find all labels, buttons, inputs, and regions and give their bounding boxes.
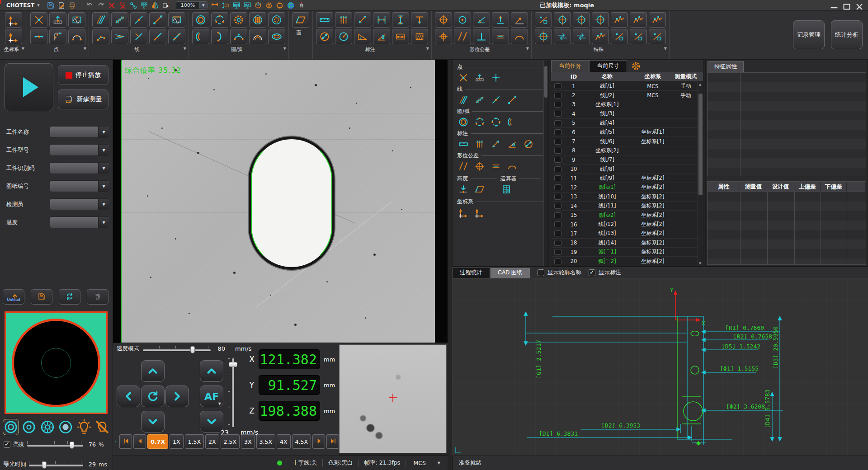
row-checkbox[interactable] <box>551 175 565 181</box>
color-mode-status[interactable]: 色彩:黑白 <box>322 459 358 467</box>
point-fine-tool[interactable] <box>489 71 503 84</box>
dim-slope-tool[interactable] <box>354 29 371 44</box>
circle-scan-tool[interactable] <box>268 12 285 28</box>
coaxial-light-button[interactable] <box>57 419 74 435</box>
line-perp-tool[interactable] <box>130 29 147 44</box>
dim-varrow-tool[interactable] <box>392 12 409 28</box>
table-row[interactable]: 12 圆[⊙1] 坐标系[2] <box>551 183 703 192</box>
table-row[interactable]: 14 线[/11] 坐标系[2] <box>551 202 703 211</box>
dim-tpost-tool[interactable] <box>411 12 428 28</box>
om-icon[interactable]: OM <box>232 1 241 10</box>
field-combobox[interactable]: ▼ <box>50 144 109 156</box>
undo-icon[interactable] <box>85 1 94 10</box>
gear-icon[interactable] <box>264 1 274 10</box>
dim-ruler-tool[interactable] <box>316 12 333 28</box>
row-checkbox[interactable] <box>551 166 565 172</box>
line-parallel-tool[interactable] <box>92 12 109 28</box>
line-2pt-tool[interactable] <box>149 12 166 28</box>
row-checkbox[interactable] <box>551 240 565 246</box>
stop-playback-button[interactable]: 停止播放 <box>58 65 108 85</box>
magnification-button[interactable]: 1X <box>170 434 184 449</box>
slider-handle[interactable] <box>190 346 195 353</box>
field-combobox[interactable]: ▼ <box>50 162 109 174</box>
segment-light-button[interactable] <box>39 419 56 435</box>
width-icon[interactable] <box>210 1 219 10</box>
row-checkbox[interactable] <box>551 157 565 163</box>
cad-tab[interactable]: 过程统计 <box>452 268 490 278</box>
unload-button[interactable]: Unload <box>3 289 24 305</box>
tol-perp-tool[interactable] <box>473 29 490 44</box>
sp-ring-tool[interactable] <box>554 12 571 28</box>
axis-2-tool[interactable] <box>472 206 487 219</box>
vx-icon[interactable]: VX <box>243 1 252 10</box>
task-tab[interactable]: 当前尺寸 <box>589 60 627 72</box>
focus-zoom-thumbnail[interactable] <box>339 344 447 453</box>
calc-tool[interactable] <box>499 183 514 196</box>
checkbox[interactable] <box>589 269 595 276</box>
sp-probe-tool[interactable] <box>535 12 552 28</box>
field-combobox[interactable]: ▼ <box>50 126 109 138</box>
dim-3bar-tool[interactable] <box>335 12 352 28</box>
speed-slider[interactable] <box>143 346 211 352</box>
refresh-button[interactable] <box>59 289 80 305</box>
feature-properties-tab[interactable]: 特征属性 <box>708 61 744 72</box>
jog-down-button[interactable] <box>141 411 165 432</box>
height-drop-tool[interactable] <box>456 183 471 196</box>
save-icon[interactable] <box>46 1 55 10</box>
cad-display-option[interactable]: 显示轮廓名称 <box>538 269 581 277</box>
dim-3bar-tool[interactable] <box>472 138 487 150</box>
sp-image-tool[interactable] <box>573 12 590 28</box>
plane-face-tool[interactable] <box>292 12 309 28</box>
sp-target-tool[interactable] <box>535 29 552 44</box>
plane-face-tool[interactable] <box>472 183 487 196</box>
ring-light-full-button[interactable] <box>3 419 19 435</box>
dim-diag-tool[interactable] <box>354 12 371 28</box>
tol-cross-tool[interactable] <box>435 29 452 44</box>
crosshair-status[interactable]: 十字线:关 <box>287 459 322 467</box>
backlight-on-button[interactable] <box>76 419 92 435</box>
delete-template-button[interactable] <box>87 289 108 305</box>
dim-hatch-tool[interactable] <box>411 29 428 44</box>
slider-handle[interactable] <box>70 442 74 449</box>
exposure-slider[interactable] <box>29 461 83 467</box>
camera-live-view[interactable]: 综合倍率 35.32 <box>113 60 448 343</box>
axis-1-tool[interactable] <box>456 206 471 219</box>
jog-right-button[interactable] <box>165 385 189 407</box>
magnification-button[interactable]: 2.5X <box>221 434 240 449</box>
jog-up-button[interactable] <box>141 360 165 382</box>
cad-display-option[interactable]: 显示标注 <box>589 269 621 277</box>
dim-diag-tool[interactable] <box>489 138 503 150</box>
table-row[interactable]: 13 线[/10] 坐标系[2] <box>551 193 703 202</box>
point-plane-tool[interactable] <box>472 71 487 84</box>
row-checkbox[interactable] <box>551 111 565 117</box>
row-checkbox[interactable] <box>551 83 565 89</box>
brightness-checkbox[interactable] <box>4 441 10 448</box>
link-icon[interactable] <box>129 1 138 10</box>
mirror-icon[interactable] <box>151 1 160 10</box>
slider-handle[interactable] <box>229 362 237 367</box>
row-checkbox[interactable] <box>551 203 565 209</box>
row-checkbox[interactable] <box>551 212 565 218</box>
autofocus-button[interactable]: AF▼ <box>200 385 223 407</box>
field-combobox[interactable]: ▼ <box>50 198 109 210</box>
axis-2-tool[interactable] <box>5 29 22 44</box>
magnification-button[interactable]: 4.5X <box>292 434 311 449</box>
sp-globe-tool[interactable] <box>554 29 571 44</box>
table-row[interactable]: 11 线[/9] 坐标系[2] <box>551 174 703 183</box>
robot-icon[interactable] <box>297 1 306 10</box>
cad-drawing-view[interactable]: Y X <box>452 278 868 456</box>
globe-icon[interactable] <box>286 1 295 10</box>
table-row[interactable]: 9 线[/7] <box>551 155 703 164</box>
z-up-button[interactable] <box>200 360 223 382</box>
tol-target-tool[interactable] <box>435 12 452 28</box>
arc-open-tool[interactable] <box>505 116 519 128</box>
new-measure-button[interactable]: 新建测量 <box>58 89 108 109</box>
circle-pts-tool[interactable] <box>489 116 503 128</box>
edit-icon[interactable] <box>57 1 66 10</box>
toolbar-group-label[interactable]: 标注▼ <box>316 44 428 54</box>
table-row[interactable]: 20 弧[⌒2] 坐标系[2] <box>551 257 703 266</box>
line-chain-tool[interactable] <box>111 12 128 28</box>
z-down-button[interactable] <box>200 411 223 432</box>
tol-flat-tool[interactable] <box>492 29 509 44</box>
row-checkbox[interactable] <box>551 258 565 264</box>
